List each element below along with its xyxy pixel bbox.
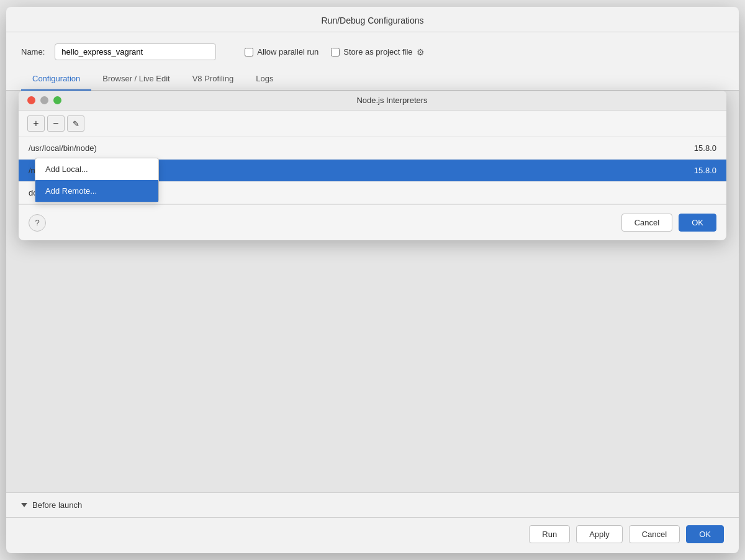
cancel-button[interactable]: Cancel (629, 525, 680, 543)
modal-cancel-button[interactable]: Cancel (621, 214, 672, 232)
run-button[interactable]: Run (529, 525, 570, 543)
modal-ok-button[interactable]: OK (679, 214, 716, 232)
name-row: Name: Allow parallel run Store as projec… (6, 32, 739, 68)
traffic-dot-yellow[interactable] (40, 96, 48, 104)
name-options: Allow parallel run Store as project file… (245, 47, 424, 57)
store-project-group: Store as project file ⚙ (331, 47, 424, 57)
tab-logs[interactable]: Logs (245, 68, 284, 91)
name-label: Name: (21, 47, 45, 56)
help-button[interactable]: ? (29, 214, 46, 232)
modal-titlebar: Node.js Interpreters (19, 91, 726, 111)
store-project-checkbox[interactable] (331, 48, 340, 56)
tabs-bar: Configuration Browser / Live Edit V8 Pro… (6, 68, 739, 91)
dialog-footer: Run Apply Cancel OK (6, 517, 739, 553)
list-item[interactable]: /usr/local/bin/node) 15.8.0 (19, 137, 726, 160)
traffic-dot-red[interactable] (27, 96, 35, 104)
store-project-label: Store as project file (343, 47, 412, 56)
tab-content: Node interpreter: Project node (/usr/loc… (6, 91, 739, 492)
edit-interpreter-button[interactable]: ✎ (67, 115, 84, 132)
run-debug-dialog: Run/Debug Configurations Name: Allow par… (6, 7, 739, 553)
tab-v8-profiling[interactable]: V8 Profiling (181, 68, 245, 91)
dialog-title: Run/Debug Configurations (6, 7, 739, 32)
allow-parallel-label: Allow parallel run (257, 47, 318, 56)
item-version-1: 15.8.0 (694, 166, 716, 175)
modal-toolbar: + − ✎ Add Local... Add Remote... (19, 111, 726, 137)
modal-overlay: Node.js Interpreters + − ✎ Add Local... … (6, 91, 739, 492)
item-path-0: /usr/local/bin/node) (29, 143, 97, 153)
allow-parallel-group: Allow parallel run (245, 47, 318, 56)
apply-button[interactable]: Apply (576, 525, 623, 543)
before-launch-section: Before launch (6, 492, 739, 517)
allow-parallel-checkbox[interactable] (245, 48, 253, 56)
modal-title: Node.js Interpreters (66, 96, 718, 105)
before-launch-label: Before launch (32, 500, 82, 510)
gear-icon[interactable]: ⚙ (417, 47, 425, 57)
remove-interpreter-button[interactable]: − (47, 115, 65, 132)
add-dropdown-popup: Add Local... Add Remote... (35, 158, 159, 202)
add-interpreter-button[interactable]: + (27, 115, 45, 132)
tab-browser-live-edit[interactable]: Browser / Live Edit (91, 68, 181, 91)
tab-configuration[interactable]: Configuration (21, 68, 91, 91)
name-input[interactable] (55, 43, 216, 60)
collapse-icon[interactable] (21, 503, 27, 507)
modal-window: Node.js Interpreters + − ✎ Add Local... … (19, 91, 726, 240)
add-local-option[interactable]: Add Local... (35, 158, 158, 180)
modal-footer: ? Cancel OK (19, 204, 726, 240)
traffic-dot-green[interactable] (53, 96, 61, 104)
ok-button[interactable]: OK (686, 525, 724, 543)
add-remote-option[interactable]: Add Remote... (35, 180, 158, 202)
item-version-0: 15.8.0 (694, 143, 716, 153)
